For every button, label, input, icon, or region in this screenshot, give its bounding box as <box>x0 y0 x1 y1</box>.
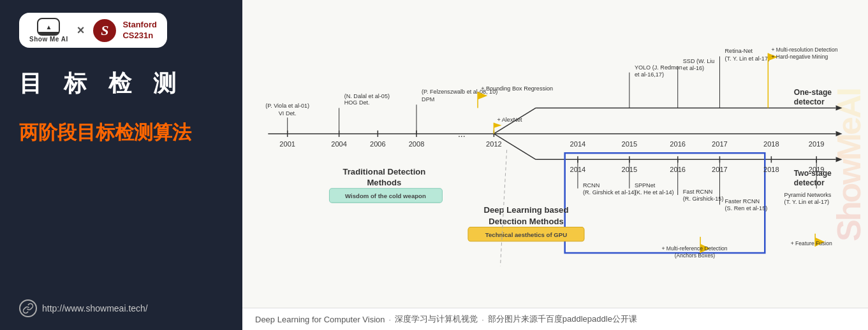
svg-text:(K. He et al-14): (K. He et al-14) <box>635 189 674 196</box>
svg-text:(P. Viola et al-01): (P. Viola et al-01) <box>265 103 309 109</box>
svg-text:(T. Y. Lin et al-17): (T. Y. Lin et al-17) <box>784 199 829 205</box>
svg-text:Methods: Methods <box>367 178 401 187</box>
footer-text1: Deep Learning for Computer Vision <box>255 315 385 324</box>
svg-text:SSD (W. Liu: SSD (W. Liu <box>683 58 715 64</box>
svg-text:2019: 2019 <box>809 140 825 148</box>
svg-text:(R. Girshick-15): (R. Girshick-15) <box>683 196 724 202</box>
svg-text:Deep Learning based: Deep Learning based <box>484 205 569 215</box>
svg-text:+ Multi-reference Detection: + Multi-reference Detection <box>661 245 727 252</box>
stanford-label: Stanford CS231n <box>122 20 156 41</box>
svg-text:Traditional Detection: Traditional Detection <box>342 167 425 176</box>
svg-text:(T. Y. Lin et al-17): (T. Y. Lin et al-17) <box>725 55 770 62</box>
footer-link[interactable]: http://www.showmeai.tech/ <box>19 299 223 317</box>
page-subtitle-chinese: 两阶段目标检测算法 <box>19 120 223 146</box>
svg-text:2018: 2018 <box>763 166 779 173</box>
svg-text:+ Hard-negative Mining: + Hard-negative Mining <box>771 54 828 60</box>
svg-text:2006: 2006 <box>370 140 386 148</box>
svg-text:2012: 2012 <box>486 140 502 148</box>
svg-text:Wisdom of the cold weapon: Wisdom of the cold weapon <box>345 192 426 199</box>
svg-text:et al-16,17): et al-16,17) <box>635 71 664 78</box>
svg-text:2004: 2004 <box>331 140 347 148</box>
svg-text:2008: 2008 <box>409 140 425 148</box>
svg-marker-1 <box>836 131 842 136</box>
svg-text:2019: 2019 <box>809 166 825 173</box>
bottom-footer: Deep Learning for Computer Vision · 深度学习… <box>242 308 868 330</box>
svg-text:2015: 2015 <box>621 166 637 173</box>
footer-dot2: · <box>482 315 484 324</box>
svg-text:2017: 2017 <box>712 140 728 148</box>
showmeai-logo: Show Me AI <box>29 18 68 43</box>
svg-text:Detection Methods: Detection Methods <box>489 217 564 226</box>
timeline-svg: 2001 2004 2006 2008 ... 2012 2014 2015 2… <box>249 6 862 274</box>
svg-text:2016: 2016 <box>670 166 686 173</box>
svg-text:+ Feature Fusion: + Feature Fusion <box>791 240 832 247</box>
svg-text:DPM: DPM <box>422 96 434 103</box>
svg-text:detector: detector <box>794 178 825 187</box>
svg-text:2014: 2014 <box>570 140 586 148</box>
diagram-area: 2001 2004 2006 2008 ... 2012 2014 2015 2… <box>242 0 868 308</box>
svg-text:...: ... <box>458 129 466 139</box>
svg-text:Technical aesthetics of GPU: Technical aesthetics of GPU <box>485 231 567 238</box>
showmeai-icon <box>37 18 60 36</box>
svg-text:detector: detector <box>794 97 825 106</box>
svg-text:+ Multi-resolution Detection: + Multi-resolution Detection <box>771 47 837 53</box>
svg-text:2014: 2014 <box>570 166 586 173</box>
svg-text:2018: 2018 <box>763 140 779 148</box>
svg-text:2017: 2017 <box>712 166 728 173</box>
svg-text:2016: 2016 <box>670 140 686 148</box>
svg-text:Pyramid Networks: Pyramid Networks <box>784 192 832 198</box>
svg-text:YOLO (J. Redmon: YOLO (J. Redmon <box>635 64 682 71</box>
svg-marker-24 <box>836 157 842 162</box>
logo-area: Show Me AI × S Stanford CS231n <box>19 13 167 48</box>
svg-marker-21 <box>836 105 842 110</box>
svg-text:VI Det.: VI Det. <box>279 110 297 117</box>
svg-text:+ AlexNet: + AlexNet <box>497 117 522 123</box>
left-panel: Show Me AI × S Stanford CS231n 目 标 检 测 两… <box>0 0 242 330</box>
svg-text:(N. Dalal et al-05): (N. Dalal et al-05) <box>344 93 390 99</box>
svg-text:2001: 2001 <box>279 140 295 148</box>
footer-dot1: · <box>389 315 392 324</box>
page-title-chinese: 目 标 检 测 <box>19 68 223 99</box>
svg-text:SPPNet: SPPNet <box>635 182 656 189</box>
svg-text:RCNN: RCNN <box>583 182 600 189</box>
svg-text:+ Bounding Box Regression: + Bounding Box Regression <box>481 85 553 92</box>
x-separator: × <box>77 23 85 38</box>
footer-text2: 深度学习与计算机视觉 <box>395 313 478 325</box>
stanford-icon: S <box>93 19 116 42</box>
svg-text:Faster RCNN: Faster RCNN <box>725 198 760 204</box>
svg-text:(R. Girshick et al-14): (R. Girshick et al-14) <box>583 189 636 196</box>
showmeai-label: Show Me AI <box>29 36 68 43</box>
svg-text:(S. Ren et al-15): (S. Ren et al-15) <box>725 205 768 212</box>
svg-text:et al-16): et al-16) <box>683 65 704 71</box>
svg-text:HOG Det.: HOG Det. <box>344 99 370 106</box>
footer-url: http://www.showmeai.tech/ <box>42 303 148 313</box>
footer-text3: 部分图片来源千百度paddlepaddle公开课 <box>488 313 637 325</box>
svg-marker-39 <box>494 123 501 128</box>
svg-text:(Anchors Boxes): (Anchors Boxes) <box>675 252 716 259</box>
svg-text:Fast RCNN: Fast RCNN <box>683 189 712 195</box>
right-panel: ShowMeAI 2001 2004 2006 2008 ... 201 <box>242 0 868 330</box>
link-icon <box>19 299 37 317</box>
svg-text:One-stage: One-stage <box>794 88 832 97</box>
svg-text:2015: 2015 <box>621 140 637 148</box>
svg-text:Retina-Net: Retina-Net <box>725 48 753 54</box>
